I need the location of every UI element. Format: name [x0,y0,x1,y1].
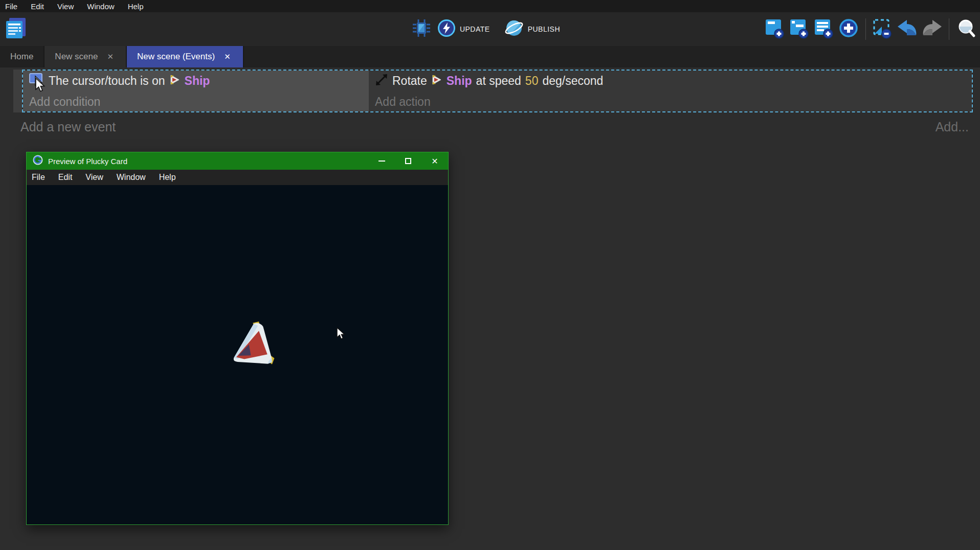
preview-window[interactable]: Preview of Plucky Card ✕ File Edit View … [26,152,449,525]
mouse-cursor [34,78,46,94]
tab-new-scene-events-label: New scene (Events) [137,52,215,62]
preview-title-bar[interactable]: Preview of Plucky Card ✕ [27,152,448,170]
rotate-icon [375,73,388,89]
game-canvas[interactable] [27,185,448,524]
event-drag-handle[interactable] [13,70,22,112]
events-sheet: The cursor/touch is on Ship Add conditio… [0,67,980,149]
add-subevent-icon [789,17,810,41]
menu-file[interactable]: File [5,2,17,11]
debug-icon [412,18,431,40]
undo-button[interactable] [897,17,918,41]
redo-icon [921,19,943,39]
tab-new-scene-label: New scene [55,52,98,62]
action-verb: Rotate [392,74,427,88]
add-subevent-button[interactable] [789,17,810,41]
preview-window-title: Preview of Plucky Card [48,157,363,166]
preview-menu-help[interactable]: Help [159,173,176,182]
add-new-event-row: Add a new event Add... [0,117,980,137]
minimize-button[interactable] [368,152,395,170]
menu-view[interactable]: View [57,2,74,11]
action-value: 50 [525,74,539,88]
publish-icon [504,18,524,40]
condition-line[interactable]: The cursor/touch is on Ship [23,71,369,91]
minimize-icon [378,161,385,162]
ship-object-icon [431,74,442,88]
debug-button[interactable] [411,17,432,41]
menu-help[interactable]: Help [128,2,144,11]
add-comment-button[interactable] [813,17,835,41]
remove-selection-icon [873,17,893,41]
tab-home[interactable]: Home [0,46,44,67]
editor-tab-bar: Home New scene ✕ New scene (Events) ✕ [0,46,980,67]
preview-menu-file[interactable]: File [32,173,45,182]
preview-menu-edit[interactable]: Edit [58,173,73,182]
preview-menu-bar: File Edit View Window Help [27,170,448,185]
tab-new-scene[interactable]: New scene ✕ [44,46,127,67]
ship-object-icon [169,74,181,88]
ship-sprite [230,321,277,370]
toolbar-separator [865,18,866,40]
add-condition-button[interactable]: Add condition [23,91,369,112]
update-button[interactable]: UPDATE [437,17,499,41]
app-menu-bar: File Edit View Window Help [0,0,980,12]
add-event-button[interactable] [764,17,786,41]
update-label: UPDATE [460,25,490,33]
close-button[interactable]: ✕ [421,152,448,170]
maximize-icon [405,158,411,164]
actions-column[interactable]: Rotate Ship at speed 50 deg/second Add a… [369,71,972,111]
preview-menu-view[interactable]: View [85,173,103,182]
tab-close-icon[interactable]: ✕ [105,51,116,62]
event-row[interactable]: The cursor/touch is on Ship Add conditio… [22,70,973,112]
publish-button[interactable]: PUBLISH [504,17,569,41]
add-action-button[interactable]: Add action [369,91,972,112]
action-text: at speed [476,74,521,88]
search-events-button[interactable] [955,17,977,41]
menu-window[interactable]: Window [87,2,114,11]
tab-close-icon[interactable]: ✕ [222,51,233,62]
close-icon: ✕ [431,156,438,166]
action-line[interactable]: Rotate Ship at speed 50 deg/second [369,71,972,91]
game-mouse-cursor [336,327,347,342]
condition-object-name: Ship [185,74,210,88]
remove-selection-button[interactable] [872,17,894,41]
search-icon [956,18,976,40]
tab-new-scene-events[interactable]: New scene (Events) ✕ [127,46,244,67]
tab-home-label: Home [10,52,33,62]
publish-label: PUBLISH [528,25,560,33]
preview-menu-window[interactable]: Window [117,173,146,182]
main-toolbar: UPDATE PUBLISH [0,12,980,46]
action-unit: deg/second [542,74,603,88]
add-event-icon [765,17,785,41]
undo-icon [897,19,918,39]
maximize-button[interactable] [395,152,421,170]
add-new-event-button[interactable]: Add a new event [20,120,116,134]
action-object-name: Ship [447,74,472,88]
update-icon [437,19,456,39]
add-more-button[interactable] [838,17,859,41]
gdevelop-app: { "colors": { "accent_blue": "#2e9be0", … [0,0,980,550]
window-controls: ✕ [368,152,448,170]
conditions-column[interactable]: The cursor/touch is on Ship Add conditio… [23,71,369,111]
add-circle-icon [838,18,859,40]
add-more-events-button[interactable]: Add... [936,120,969,134]
redo-button[interactable] [921,17,943,41]
condition-text: The cursor/touch is on [49,74,165,88]
gdevelop-logo-icon [33,155,43,167]
menu-edit[interactable]: Edit [31,2,44,11]
toolbar-separator [949,18,949,40]
add-comment-icon [814,17,834,41]
